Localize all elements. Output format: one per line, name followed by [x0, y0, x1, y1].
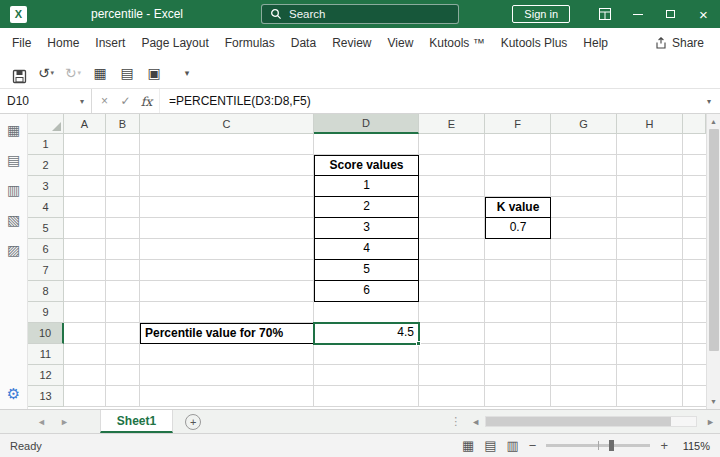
- zoom-slider-thumb[interactable]: [609, 440, 614, 451]
- cell-G3[interactable]: [551, 176, 617, 197]
- fill-handle[interactable]: [416, 341, 421, 346]
- cell-G7[interactable]: [551, 260, 617, 281]
- cell-D12[interactable]: [314, 365, 419, 386]
- cell-E9[interactable]: [419, 302, 485, 323]
- cell-E10[interactable]: [419, 323, 485, 344]
- cell-C11[interactable]: [140, 344, 314, 365]
- formula-input[interactable]: [160, 94, 698, 108]
- cell-H9[interactable]: [617, 302, 683, 323]
- cell-C9[interactable]: [140, 302, 314, 323]
- cell-E3[interactable]: [419, 176, 485, 197]
- cell-A1[interactable]: [64, 134, 106, 155]
- cell-G4[interactable]: [551, 197, 617, 218]
- cell-A13[interactable]: [64, 386, 106, 407]
- new-sheet-button[interactable]: +: [185, 414, 201, 430]
- hscroll-left-icon[interactable]: ◄: [466, 417, 485, 427]
- cell-F11[interactable]: [485, 344, 551, 365]
- cell-E13[interactable]: [419, 386, 485, 407]
- kutools-sidebar-icon-1[interactable]: ▦: [7, 123, 20, 137]
- row-header-3[interactable]: 3: [28, 176, 64, 197]
- menu-tab-help[interactable]: Help: [575, 28, 616, 58]
- cell-E12[interactable]: [419, 365, 485, 386]
- vertical-scrollbar[interactable]: ▲ ▼: [706, 114, 720, 409]
- cell-G12[interactable]: [551, 365, 617, 386]
- kutools-settings-gear-icon[interactable]: ⚙: [7, 386, 20, 401]
- row-header-5[interactable]: 5: [28, 218, 64, 239]
- cell-C3[interactable]: [140, 176, 314, 197]
- menu-tab-file[interactable]: File: [4, 28, 39, 58]
- cell-G1[interactable]: [551, 134, 617, 155]
- cell-F10[interactable]: [485, 323, 551, 344]
- cell-H8[interactable]: [617, 281, 683, 302]
- cell-C10[interactable]: Percentile value for 70%: [140, 323, 314, 344]
- sheet-nav-left-icon[interactable]: ◄: [30, 417, 53, 427]
- search-input[interactable]: [289, 8, 450, 20]
- cell-G6[interactable]: [551, 239, 617, 260]
- share-button[interactable]: Share: [643, 36, 716, 50]
- cell-G10[interactable]: [551, 323, 617, 344]
- menu-tab-formulas[interactable]: Formulas: [217, 28, 283, 58]
- zoom-out-button[interactable]: −: [529, 438, 537, 453]
- menu-tab-insert[interactable]: Insert: [87, 28, 133, 58]
- cell-A2[interactable]: [64, 155, 106, 176]
- cell-E8[interactable]: [419, 281, 485, 302]
- normal-view-button[interactable]: ▦: [462, 438, 474, 453]
- scroll-down-icon[interactable]: ▼: [710, 394, 717, 409]
- formula-bar-expand-icon[interactable]: ▾: [698, 97, 720, 106]
- row-header-6[interactable]: 6: [28, 239, 64, 260]
- insert-function-button[interactable]: fx: [136, 94, 157, 109]
- cell-D7[interactable]: 5: [314, 260, 419, 281]
- cell-D8[interactable]: 6: [314, 281, 419, 302]
- cell-H4[interactable]: [617, 197, 683, 218]
- vertical-scroll-thumb[interactable]: [709, 129, 719, 351]
- cell-C4[interactable]: [140, 197, 314, 218]
- cell-B6[interactable]: [106, 239, 140, 260]
- menu-tab-kutools-plus[interactable]: Kutools Plus: [493, 28, 576, 58]
- cell-A5[interactable]: [64, 218, 106, 239]
- cell-H10[interactable]: [617, 323, 683, 344]
- column-header-G[interactable]: G: [551, 114, 617, 134]
- column-header-C[interactable]: C: [140, 114, 314, 134]
- save-button[interactable]: [8, 62, 30, 84]
- menu-tab-data[interactable]: Data: [283, 28, 324, 58]
- page-break-view-button[interactable]: ▥: [507, 438, 519, 453]
- column-header-D[interactable]: D: [314, 114, 419, 134]
- hscroll-right-icon[interactable]: ►: [701, 417, 720, 427]
- kutools-sidebar-icon-2[interactable]: ▤: [7, 153, 20, 167]
- cell-B8[interactable]: [106, 281, 140, 302]
- menu-tab-home[interactable]: Home: [39, 28, 87, 58]
- cell-F4[interactable]: K value: [485, 197, 551, 218]
- minimize-button[interactable]: [621, 0, 654, 28]
- cell-A6[interactable]: [64, 239, 106, 260]
- cell-A3[interactable]: [64, 176, 106, 197]
- cell-A4[interactable]: [64, 197, 106, 218]
- row-header-7[interactable]: 7: [28, 260, 64, 281]
- restore-button[interactable]: [654, 0, 687, 28]
- cell-H11[interactable]: [617, 344, 683, 365]
- menu-tab-page-layout[interactable]: Page Layout: [133, 28, 216, 58]
- cell-D6[interactable]: 4: [314, 239, 419, 260]
- excel-app-icon[interactable]: X: [10, 6, 27, 23]
- column-header-F[interactable]: F: [485, 114, 551, 134]
- cell-B1[interactable]: [106, 134, 140, 155]
- row-header-13[interactable]: 13: [28, 386, 64, 407]
- cell-H5[interactable]: [617, 218, 683, 239]
- cell-G5[interactable]: [551, 218, 617, 239]
- cell-G13[interactable]: [551, 386, 617, 407]
- cell-H7[interactable]: [617, 260, 683, 281]
- column-header-B[interactable]: B: [106, 114, 140, 134]
- cell-H6[interactable]: [617, 239, 683, 260]
- menu-tab-kutools[interactable]: Kutools ™: [421, 28, 492, 58]
- cell-F9[interactable]: [485, 302, 551, 323]
- cell-F7[interactable]: [485, 260, 551, 281]
- enter-button[interactable]: ✓: [115, 94, 136, 108]
- cell-D1[interactable]: [314, 134, 419, 155]
- row-header-9[interactable]: 9: [28, 302, 64, 323]
- page-layout-view-button[interactable]: ▤: [484, 438, 496, 453]
- cell-E11[interactable]: [419, 344, 485, 365]
- cell-E7[interactable]: [419, 260, 485, 281]
- zoom-level[interactable]: 115%: [678, 440, 710, 452]
- cell-B13[interactable]: [106, 386, 140, 407]
- cell-D11[interactable]: [314, 344, 419, 365]
- select-all-corner[interactable]: [28, 114, 64, 134]
